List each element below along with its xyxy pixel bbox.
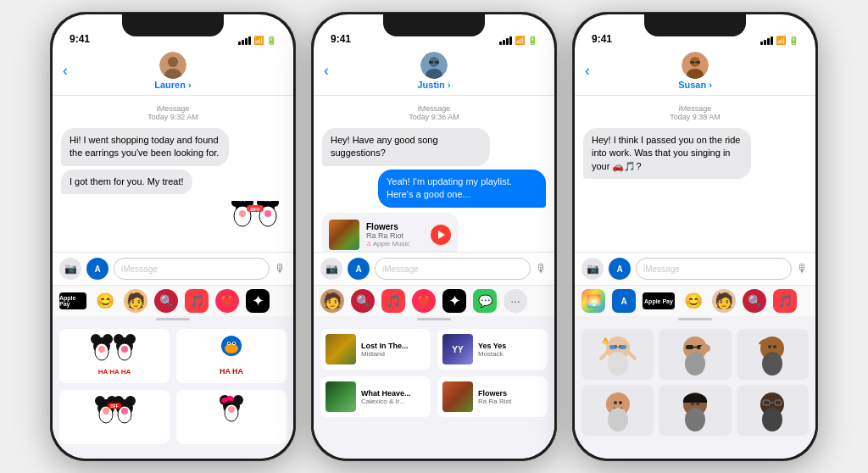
svg-point-30 <box>228 342 230 344</box>
battery-icon: 🔋 <box>527 36 537 45</box>
music-icon[interactable]: 🎵 <box>773 289 797 313</box>
animoji-icon[interactable]: 😊 <box>682 289 705 313</box>
music-item-4[interactable]: Flowers Ra Ra Riot <box>437 376 548 417</box>
sticker-mickey-minnie[interactable]: HA HA HA <box>59 329 170 383</box>
audio-icon[interactable]: 🎙 <box>275 262 287 275</box>
signal-bars-icon <box>760 36 773 45</box>
camera-icon[interactable]: 📷 <box>320 258 342 280</box>
app-icons-row: Apple Pay 😊 🧑 🔍 🎵 ❤️ ✦ <box>53 285 293 316</box>
appstore-icon[interactable]: A <box>86 258 108 280</box>
camera-icon[interactable]: 📷 <box>581 258 604 280</box>
disney-icon[interactable]: ✦ <box>442 289 466 313</box>
memoji-cell-1[interactable]: 🤚 <box>581 329 654 380</box>
status-time: 9:41 <box>331 33 351 45</box>
music-item-title-4: Flowers <box>478 389 511 398</box>
bff-sticker: BFF <box>225 201 285 252</box>
memoji-cell-2[interactable] <box>659 329 731 380</box>
svg-point-42 <box>121 408 128 415</box>
svg-rect-56 <box>429 61 433 64</box>
message-input[interactable]: iMessage <box>114 258 270 280</box>
music-info: Flowers Ra Ra Riot ♫ Apple Music <box>366 222 424 248</box>
svg-point-37 <box>103 408 109 415</box>
music-thumb-4 <box>442 381 473 412</box>
memoji-cell-5[interactable] <box>659 385 731 436</box>
audio-icon[interactable]: 🎙 <box>797 262 809 275</box>
memoji-cell-6[interactable] <box>737 385 809 436</box>
status-time: 9:41 <box>592 33 612 45</box>
search-icon[interactable]: 🔍 <box>743 289 766 313</box>
svg-point-34 <box>95 396 105 406</box>
battery-icon: 🔋 <box>788 36 798 45</box>
message-bubble-sent-1: Yeah! I'm updating my playlist. Here's a… <box>378 170 546 208</box>
svg-point-89 <box>691 402 694 405</box>
svg-text:BFF: BFF <box>110 403 119 409</box>
music-card[interactable]: Flowers Ra Ra Riot ♫ Apple Music <box>322 213 458 252</box>
svg-point-31 <box>233 342 235 344</box>
svg-point-19 <box>98 346 105 353</box>
music-title: Flowers <box>366 222 424 231</box>
svg-point-91 <box>685 408 705 431</box>
heartbeat-icon[interactable]: ❤️ <box>412 289 436 313</box>
audio-icon[interactable]: 🎙 <box>536 262 548 275</box>
appstore-icon[interactable]: A <box>609 258 631 280</box>
green-app-icon[interactable]: 💬 <box>473 289 497 313</box>
music-item-2[interactable]: YY Yes Yes Mostack <box>437 329 548 370</box>
music-grid: Lost In The... Midland YY Yes Yes Mostac… <box>314 322 554 424</box>
svg-point-52 <box>228 406 235 413</box>
message-input[interactable]: iMessage <box>375 258 531 280</box>
music-item-3[interactable]: What Heave... Calexico & Ir... <box>320 376 431 417</box>
memoji-cell-4[interactable] <box>581 385 654 436</box>
music-item-1[interactable]: Lost In The... Midland <box>320 329 431 370</box>
sticker-mickey-bff[interactable]: BFF <box>59 390 170 444</box>
sticker-minnie-pose[interactable] <box>176 390 287 444</box>
memoji-icon[interactable]: 🧑 <box>712 289 736 313</box>
music-icon[interactable]: 🎵 <box>381 289 405 313</box>
music-icon[interactable]: 🎵 <box>185 289 209 313</box>
sticker-donald[interactable]: HA HA <box>176 329 287 383</box>
back-button[interactable]: ‹ <box>63 62 68 80</box>
phone-lauren: 9:41 📶 🔋 ‹ <box>50 12 296 461</box>
svg-point-1 <box>168 57 178 67</box>
nav-bar: ‹ Lauren <box>53 48 293 96</box>
messages-area: iMessage Today 9:36 AM Hey! Have any goo… <box>314 96 554 252</box>
music-item-info-1: Lost In The... Midland <box>361 342 409 358</box>
back-button[interactable]: ‹ <box>324 62 329 80</box>
applepay-icon[interactable]: Apple Pay <box>59 292 86 309</box>
svg-rect-61 <box>690 61 694 64</box>
input-bar: 📷 A iMessage 🎙 <box>53 252 293 285</box>
svg-point-21 <box>114 334 124 344</box>
avatar <box>682 52 709 79</box>
animoji-icon[interactable]: 😊 <box>93 289 117 313</box>
message-input[interactable]: iMessage <box>636 258 792 280</box>
appstore-icon-2[interactable]: A <box>612 289 636 313</box>
memoji-cell-3[interactable] <box>737 329 809 380</box>
applepay-icon[interactable]: Apple Pay <box>643 292 675 309</box>
contact-info[interactable]: Justin <box>417 52 450 90</box>
music-item-info-2: Yes Yes Mostack <box>478 342 506 358</box>
back-button[interactable]: ‹ <box>585 62 590 80</box>
svg-rect-75 <box>686 345 693 349</box>
disney-icon[interactable]: ✦ <box>246 289 270 313</box>
play-button[interactable] <box>431 225 451 245</box>
contact-info[interactable]: Lauren <box>154 52 191 90</box>
camera-icon[interactable]: 📷 <box>59 258 81 280</box>
animoji-icon[interactable]: 🧑 <box>320 289 344 313</box>
svg-point-72 <box>608 352 628 376</box>
appstore-icon[interactable]: A <box>348 258 370 280</box>
contact-info[interactable]: Susan <box>678 52 712 90</box>
more-icon[interactable]: ··· <box>504 289 527 313</box>
phone-justin: 9:41 📶 🔋 ‹ <box>311 12 557 461</box>
search-icon[interactable]: 🔍 <box>154 289 178 313</box>
avatar <box>420 52 448 79</box>
svg-point-17 <box>103 334 113 344</box>
music-thumb-1 <box>326 334 356 364</box>
signal-bars-icon <box>238 36 251 45</box>
photos-icon[interactable]: 🌅 <box>581 289 605 313</box>
phone-susan: 9:41 📶 🔋 ‹ <box>572 12 818 461</box>
music-item-info-3: What Heave... Calexico & Ir... <box>361 389 411 405</box>
search-icon[interactable]: 🔍 <box>351 289 375 313</box>
status-icons: 📶 🔋 <box>499 36 537 45</box>
music-artist: Ra Ra Riot <box>366 231 424 240</box>
heartbeat-icon[interactable]: ❤️ <box>215 289 239 313</box>
memoji-icon[interactable]: 🧑 <box>124 289 147 313</box>
